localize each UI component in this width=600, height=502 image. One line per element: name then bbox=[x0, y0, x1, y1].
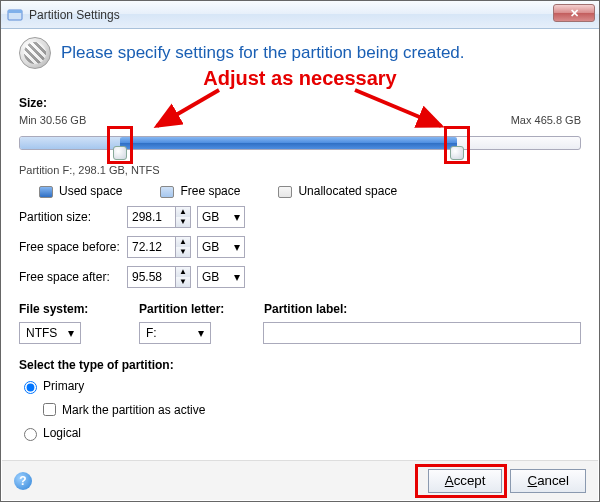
titlebar: Partition Settings ✕ bbox=[1, 1, 599, 29]
annotation-arrow-left bbox=[149, 86, 229, 136]
size-slider[interactable] bbox=[19, 128, 581, 162]
partition-caption: Partition F:, 298.1 GB, NTFS bbox=[19, 164, 581, 176]
label-file-system: File system: bbox=[19, 302, 139, 316]
close-icon: ✕ bbox=[570, 7, 579, 20]
bottom-bar: ? Accept Cancel bbox=[2, 460, 598, 500]
partition-size-spinner[interactable]: ▲ ▼ bbox=[127, 206, 191, 228]
legend: Used space Free space Unallocated space bbox=[39, 184, 581, 198]
free-before-spinner[interactable]: ▲ ▼ bbox=[127, 236, 191, 258]
radio-logical-row[interactable]: Logical bbox=[19, 425, 581, 441]
check-mark-active-label: Mark the partition as active bbox=[62, 403, 205, 417]
radio-logical[interactable] bbox=[24, 428, 37, 441]
page-title: Please specify settings for the partitio… bbox=[61, 43, 465, 63]
field-partition-size: Partition size: ▲ ▼ GB ▾ bbox=[19, 206, 581, 228]
legend-free: Free space bbox=[160, 184, 240, 198]
size-minmax: Min 30.56 GB Max 465.8 GB bbox=[19, 114, 581, 126]
chevron-down-icon: ▾ bbox=[234, 210, 240, 224]
unalloc-swatch-icon bbox=[278, 186, 292, 198]
annotation-adjust-text: Adjust as necessary bbox=[19, 67, 581, 90]
file-system-select[interactable]: NTFS ▾ bbox=[19, 322, 81, 344]
radio-primary-label: Primary bbox=[43, 379, 84, 393]
free-before-input[interactable] bbox=[127, 236, 175, 258]
size-max: Max 465.8 GB bbox=[511, 114, 581, 126]
label-partition-letter: Partition letter: bbox=[139, 302, 264, 316]
size-label: Size: bbox=[19, 96, 581, 110]
partition-size-unit-select[interactable]: GB ▾ bbox=[197, 206, 245, 228]
spin-down-icon[interactable]: ▼ bbox=[176, 217, 190, 227]
lower-controls: NTFS ▾ F: ▾ bbox=[19, 322, 581, 344]
free-before-unit-select[interactable]: GB ▾ bbox=[197, 236, 245, 258]
radio-primary[interactable] bbox=[24, 381, 37, 394]
section-partition-type: Select the type of partition: bbox=[19, 358, 581, 372]
chevron-down-icon: ▾ bbox=[234, 240, 240, 254]
legend-used: Used space bbox=[39, 184, 122, 198]
spin-up-icon[interactable]: ▲ bbox=[176, 207, 190, 217]
label-free-before: Free space before: bbox=[19, 240, 127, 254]
app-icon bbox=[7, 7, 23, 23]
used-swatch-icon bbox=[39, 186, 53, 198]
header-row: Please specify settings for the partitio… bbox=[19, 37, 581, 69]
radio-primary-row[interactable]: Primary bbox=[19, 378, 581, 394]
window-title: Partition Settings bbox=[29, 8, 120, 22]
partition-size-input[interactable] bbox=[127, 206, 175, 228]
spin-up-icon[interactable]: ▲ bbox=[176, 237, 190, 247]
label-partition-size: Partition size: bbox=[19, 210, 127, 224]
radio-logical-label: Logical bbox=[43, 426, 81, 440]
size-min: Min 30.56 GB bbox=[19, 114, 86, 126]
legend-unallocated: Unallocated space bbox=[278, 184, 397, 198]
annotation-box-accept bbox=[415, 464, 508, 498]
label-free-after: Free space after: bbox=[19, 270, 127, 284]
wizard-icon bbox=[19, 37, 51, 69]
chevron-down-icon: ▾ bbox=[68, 326, 74, 340]
free-after-unit-select[interactable]: GB ▾ bbox=[197, 266, 245, 288]
partition-label-input[interactable] bbox=[263, 322, 581, 344]
chevron-down-icon: ▾ bbox=[234, 270, 240, 284]
spin-down-icon[interactable]: ▼ bbox=[176, 247, 190, 257]
partition-letter-select[interactable]: F: ▾ bbox=[139, 322, 211, 344]
free-after-input[interactable] bbox=[127, 266, 175, 288]
help-button[interactable]: ? bbox=[14, 472, 32, 490]
cancel-button[interactable]: Cancel bbox=[510, 469, 586, 493]
lower-labels: File system: Partition letter: Partition… bbox=[19, 302, 581, 316]
spin-down-icon[interactable]: ▼ bbox=[176, 277, 190, 287]
check-mark-active-row[interactable]: Mark the partition as active bbox=[39, 400, 581, 419]
free-swatch-icon bbox=[160, 186, 174, 198]
field-free-before: Free space before: ▲ ▼ GB ▾ bbox=[19, 236, 581, 258]
label-partition-label: Partition label: bbox=[264, 302, 347, 316]
content: Please specify settings for the partitio… bbox=[1, 29, 599, 441]
slider-before-region bbox=[20, 137, 121, 149]
spin-up-icon[interactable]: ▲ bbox=[176, 267, 190, 277]
close-button[interactable]: ✕ bbox=[553, 4, 595, 22]
field-free-after: Free space after: ▲ ▼ GB ▾ bbox=[19, 266, 581, 288]
free-after-spinner[interactable]: ▲ ▼ bbox=[127, 266, 191, 288]
annotation-arrow-right bbox=[349, 86, 449, 136]
check-mark-active[interactable] bbox=[43, 403, 56, 416]
chevron-down-icon: ▾ bbox=[198, 326, 204, 340]
svg-rect-1 bbox=[8, 10, 22, 13]
slider-used-region bbox=[120, 137, 457, 149]
annotation-box-left bbox=[107, 126, 133, 164]
